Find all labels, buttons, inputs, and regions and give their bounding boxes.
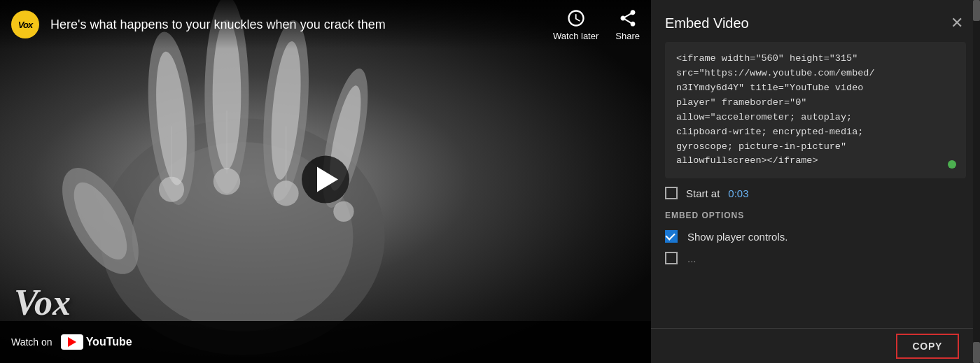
youtube-icon [61, 334, 83, 350]
scrollbar-thumb-top[interactable] [973, 0, 980, 21]
embed-options-heading: EMBED OPTIONS [651, 211, 980, 230]
partial-option-label: ... [687, 252, 696, 264]
start-at-label: Start at [686, 187, 720, 199]
start-at-row: Start at 0:03 [651, 187, 980, 211]
video-topbar: Vox Here's what happens to your knuckles… [0, 0, 651, 49]
vox-watermark: Vox [14, 285, 71, 321]
show-controls-label: Show player controls. [687, 231, 788, 243]
show-controls-checkbox[interactable] [665, 230, 678, 243]
youtube-text: YouTube [86, 336, 132, 348]
video-background: Vox Here's what happens to your knuckles… [0, 0, 651, 363]
embed-dialog-title: Embed Video [665, 15, 749, 31]
watch-on-label: Watch on [11, 336, 52, 348]
watch-later-icon [566, 8, 586, 28]
play-triangle-icon [317, 166, 338, 192]
partial-checkbox[interactable] [665, 252, 678, 264]
video-bottombar: Watch on YouTube [0, 321, 651, 363]
video-panel: Vox Here's what happens to your knuckles… [0, 0, 651, 363]
embed-code-container: <iframe width="560" height="315" src="ht… [665, 42, 966, 178]
vox-watermark-text: Vox [14, 283, 71, 322]
partial-option-row: ... [651, 251, 980, 265]
youtube-logo: YouTube [61, 334, 132, 350]
watch-later-label: Watch later [553, 31, 598, 41]
scrollbar-thumb-bottom[interactable] [973, 342, 980, 363]
copy-button-container: COPY [651, 328, 973, 363]
play-button[interactable] [302, 155, 349, 203]
vox-logo-text: Vox [18, 20, 32, 30]
video-title: Here's what happens to your knuckles whe… [50, 17, 542, 32]
youtube-play-icon [68, 337, 76, 347]
start-at-time: 0:03 [728, 187, 748, 199]
share-label: Share [615, 31, 640, 41]
show-controls-row: Show player controls. [651, 230, 980, 251]
scrollbar-track[interactable] [973, 0, 980, 363]
copy-button[interactable]: COPY [896, 334, 959, 359]
share-button[interactable]: Share [615, 8, 640, 41]
close-button[interactable]: ✕ [948, 13, 966, 34]
topbar-actions: Watch later Share [553, 8, 640, 41]
share-icon [618, 8, 638, 28]
svg-point-16 [333, 201, 354, 222]
watch-later-button[interactable]: Watch later [553, 8, 598, 41]
vox-logo: Vox [11, 10, 39, 38]
green-indicator-dot [948, 160, 956, 169]
embed-header: Embed Video ✕ [651, 0, 980, 42]
start-at-checkbox[interactable] [665, 187, 678, 199]
embed-code-text: <iframe width="560" height="315" src="ht… [676, 52, 955, 169]
embed-panel: Embed Video ✕ <iframe width="560" height… [651, 0, 980, 363]
play-button-container [302, 155, 349, 203]
